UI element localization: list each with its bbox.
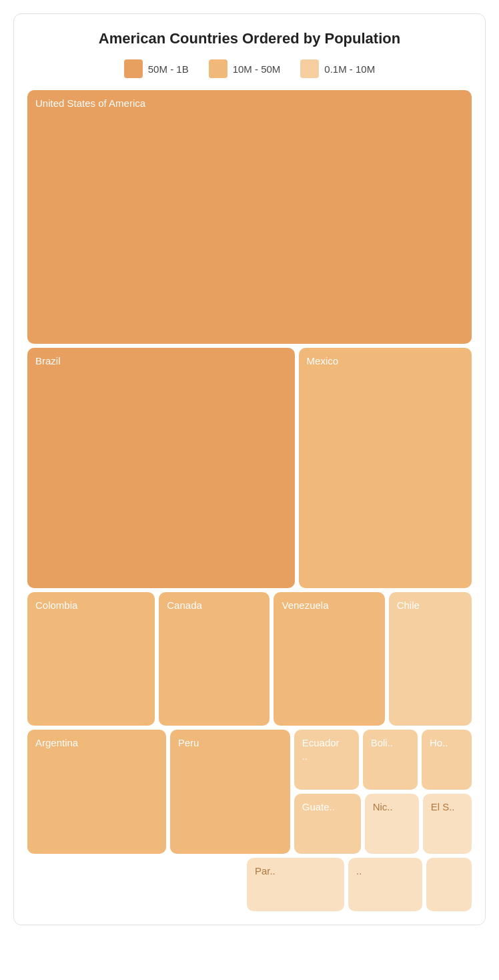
legend-item-dark: 50M - 1B	[124, 59, 189, 78]
cell-label-canada: Canada	[167, 599, 202, 612]
cell-peru[interactable]: Peru	[170, 730, 290, 854]
cell-nicaragua[interactable]: Nic..	[365, 794, 419, 854]
cell-label-ecuador: Ecuador..	[302, 736, 340, 762]
treemap: United States of America Brazil Mexico C…	[27, 90, 472, 911]
cell-elsalvador[interactable]: El S..	[423, 794, 472, 854]
cell-bolivia[interactable]: Boli..	[363, 730, 418, 790]
cell-usa[interactable]: United States of America	[27, 90, 472, 344]
cell-dot1[interactable]: ..	[348, 858, 422, 911]
cell-subgroup: Ecuador.. Boli.. Ho.. Guate.. Nic..	[294, 730, 472, 854]
legend-box-dark	[124, 59, 143, 78]
cell-label-bolivia: Boli..	[371, 736, 393, 750]
cell-ecuador[interactable]: Ecuador..	[294, 730, 359, 790]
legend-box-mid	[209, 59, 227, 78]
treemap-row-3: Colombia Canada Venezuela Chile	[27, 592, 472, 726]
cell-brazil[interactable]: Brazil	[27, 348, 295, 588]
cell-label-usa: United States of America	[35, 97, 145, 110]
cell-label-elsalvador: El S..	[431, 800, 455, 814]
cell-colombia[interactable]: Colombia	[27, 592, 155, 726]
chart-title: American Countries Ordered by Population	[27, 30, 472, 47]
cell-spacer	[27, 858, 243, 911]
legend-label-dark: 50M - 1B	[148, 63, 189, 75]
cell-label-venezuela: Venezuela	[282, 599, 328, 612]
cell-mexico[interactable]: Mexico	[299, 348, 472, 588]
cell-canada[interactable]: Canada	[159, 592, 270, 726]
legend-label-mid: 10M - 50M	[233, 63, 281, 75]
treemap-row-2: Brazil Mexico	[27, 348, 472, 588]
cell-label-dot1: ..	[356, 865, 362, 878]
cell-label-chile: Chile	[397, 599, 420, 612]
cell-argentina[interactable]: Argentina	[27, 730, 166, 854]
treemap-row-4: Argentina Peru Ecuador.. Boli.. Ho..	[27, 730, 472, 854]
treemap-row-1: United States of America	[27, 90, 472, 344]
treemap-row-5: Par.. ..	[27, 858, 472, 911]
cell-dot2[interactable]	[426, 858, 472, 911]
cell-label-brazil: Brazil	[35, 354, 61, 368]
cell-label-colombia: Colombia	[35, 599, 77, 612]
legend-item-mid: 10M - 50M	[209, 59, 281, 78]
cell-paraguay[interactable]: Par..	[247, 858, 344, 911]
chart-container: American Countries Ordered by Population…	[13, 13, 486, 925]
cell-label-mexico: Mexico	[307, 354, 339, 368]
cell-label-guatemala: Guate..	[302, 800, 335, 814]
cell-venezuela[interactable]: Venezuela	[274, 592, 384, 726]
legend-label-light: 0.1M - 10M	[324, 63, 375, 75]
legend-item-light: 0.1M - 10M	[300, 59, 375, 78]
cell-label-paraguay: Par..	[255, 865, 276, 878]
cell-label-nicaragua: Nic..	[373, 800, 393, 814]
legend: 50M - 1B 10M - 50M 0.1M - 10M	[27, 59, 472, 78]
cell-guatemala[interactable]: Guate..	[294, 794, 361, 854]
cell-label-peru: Peru	[178, 736, 199, 750]
legend-box-light	[300, 59, 319, 78]
cell-label-honduras: Ho..	[430, 736, 448, 750]
cell-chile[interactable]: Chile	[389, 592, 472, 726]
cell-label-argentina: Argentina	[35, 736, 78, 750]
cell-honduras[interactable]: Ho..	[422, 730, 472, 790]
